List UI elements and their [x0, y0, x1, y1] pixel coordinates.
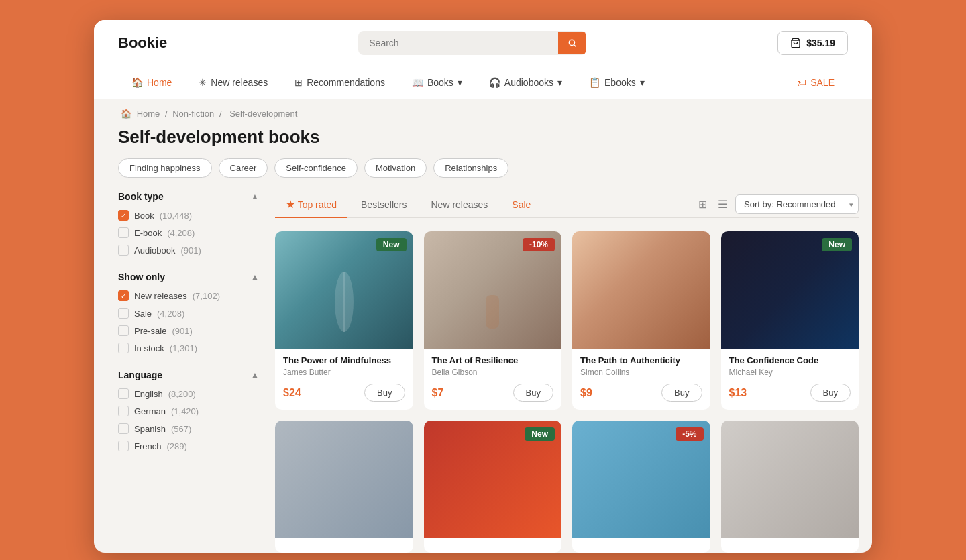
- nav-recommendations[interactable]: ⊞ Recommendations: [281, 66, 398, 99]
- filter-french[interactable]: French (289): [118, 441, 259, 451]
- buy-button-1[interactable]: Buy: [364, 384, 405, 402]
- filter-show-only: Show only ▲ ✓ New releases (7,102) Sale …: [118, 272, 259, 353]
- chip-self-confidence[interactable]: Self-confidence: [274, 158, 358, 178]
- nav-sale[interactable]: 🏷 SALE: [784, 66, 848, 99]
- breadcrumb-nonfiction[interactable]: Non-fiction: [172, 109, 214, 119]
- checkbox-sale[interactable]: [118, 308, 129, 319]
- product-badge-2: -10%: [523, 238, 555, 251]
- product-grid: New The Power of Mindfulness James Butte…: [275, 231, 859, 553]
- checkbox-german[interactable]: [118, 406, 129, 416]
- product-image-5: [275, 421, 413, 538]
- tab-sale[interactable]: Sale: [501, 192, 541, 217]
- filter-ebook[interactable]: E-book (4,208): [118, 227, 259, 238]
- ebooks-chevron-icon: ▾: [640, 77, 645, 88]
- grid-view-button[interactable]: ⊞: [696, 195, 710, 213]
- books-icon: 📖: [412, 77, 423, 88]
- product-card-6: New: [424, 421, 562, 553]
- product-info-2: The Art of Resilience Bella Gibson $7 Bu…: [424, 349, 562, 410]
- search-button[interactable]: [558, 32, 586, 54]
- product-author-1: James Butter: [283, 368, 405, 377]
- checkbox-in-stock[interactable]: [118, 343, 129, 353]
- product-image-1: New: [275, 231, 413, 349]
- filter-english[interactable]: English (8,200): [118, 388, 259, 399]
- filter-book-type-title[interactable]: Book type ▲: [118, 191, 259, 202]
- filter-language-title[interactable]: Language ▲: [118, 370, 259, 380]
- filter-language: Language ▲ English (8,200) German (1,420…: [118, 370, 259, 451]
- product-info-7: [572, 538, 710, 553]
- product-badge-6: New: [525, 427, 555, 441]
- star-icon: ★: [286, 199, 295, 210]
- filter-presale[interactable]: Pre-sale (901): [118, 325, 259, 336]
- product-badge-4: New: [822, 238, 852, 251]
- checkbox-french[interactable]: [118, 441, 129, 451]
- checkbox-audiobook[interactable]: [118, 245, 129, 256]
- tab-new-releases[interactable]: New releases: [420, 192, 498, 217]
- filter-german[interactable]: German (1,420): [118, 406, 259, 416]
- nav-audiobooks[interactable]: 🎧 Audiobooks ▾: [476, 66, 576, 99]
- buy-button-2[interactable]: Buy: [513, 384, 553, 402]
- breadcrumb-home[interactable]: Home: [137, 109, 160, 119]
- checkbox-ebook[interactable]: [118, 227, 129, 238]
- breadcrumb-sep2: /: [219, 109, 224, 119]
- product-info-8: [721, 538, 859, 553]
- buy-button-3[interactable]: Buy: [661, 384, 702, 402]
- buy-button-4[interactable]: Buy: [810, 384, 851, 402]
- products-area: ★ Top rated Bestsellers New releases Sal…: [275, 191, 859, 553]
- product-badge-1: New: [376, 238, 407, 251]
- show-only-chevron-icon: ▲: [251, 272, 259, 282]
- tab-top-rated[interactable]: ★ Top rated: [275, 191, 347, 217]
- product-author-4: Michael Key: [729, 368, 851, 377]
- product-image-3: [572, 231, 710, 349]
- breadcrumb-current: Self-development: [229, 109, 297, 119]
- chip-career[interactable]: Career: [219, 158, 268, 178]
- checkbox-book[interactable]: ✓: [118, 210, 129, 221]
- chip-motivation[interactable]: Motivation: [364, 158, 427, 178]
- filter-new-releases[interactable]: ✓ New releases (7,102): [118, 290, 259, 301]
- filter-spanish[interactable]: Spanish (567): [118, 423, 259, 434]
- breadcrumb-home-icon: 🏠: [121, 109, 131, 119]
- books-chevron-icon: ▾: [458, 77, 462, 88]
- product-card-7: -5%: [572, 421, 710, 553]
- nav-new-releases[interactable]: ✳ New releases: [185, 66, 281, 99]
- product-footer-4: $13 Buy: [729, 384, 851, 402]
- chip-finding-happiness[interactable]: Finding happiness: [118, 158, 212, 178]
- tab-bestsellers[interactable]: Bestsellers: [350, 192, 417, 217]
- list-view-button[interactable]: ☰: [715, 195, 730, 213]
- product-image-7: -5%: [572, 421, 710, 538]
- audiobooks-chevron-icon: ▾: [557, 77, 562, 88]
- recommendations-icon: ⊞: [294, 77, 303, 88]
- product-price-4: $13: [729, 387, 747, 399]
- cart-button[interactable]: $35.19: [777, 31, 848, 55]
- breadcrumb-sep1: /: [165, 109, 170, 119]
- product-footer-1: $24 Buy: [283, 384, 405, 402]
- product-footer-3: $9 Buy: [580, 384, 702, 402]
- checkbox-spanish[interactable]: [118, 423, 129, 434]
- sort-select[interactable]: Sort by: Recommended Sort by: Price (Low…: [735, 194, 859, 214]
- product-badge-7: -5%: [676, 427, 703, 441]
- nav: 🏠 Home ✳ New releases ⊞ Recommendations …: [94, 66, 872, 99]
- search-input[interactable]: [358, 31, 558, 55]
- ebooks-icon: 📋: [589, 77, 600, 88]
- filter-show-only-title[interactable]: Show only ▲: [118, 272, 259, 282]
- product-info-1: The Power of Mindfulness James Butter $2…: [275, 349, 413, 410]
- cart-icon: [790, 38, 801, 48]
- nav-home[interactable]: 🏠 Home: [118, 66, 185, 99]
- nav-ebooks[interactable]: 📋 Ebooks ▾: [576, 66, 658, 99]
- main-layout: Book type ▲ ✓ Book (10,448) E-book (4,20…: [94, 191, 872, 553]
- filter-audiobook[interactable]: Audiobook (901): [118, 245, 259, 256]
- checkbox-new-releases[interactable]: ✓: [118, 290, 129, 301]
- product-info-4: The Confidence Code Michael Key $13 Buy: [721, 349, 859, 410]
- filter-book[interactable]: ✓ Book (10,448): [118, 210, 259, 221]
- checkbox-english[interactable]: [118, 388, 129, 399]
- nav-books[interactable]: 📖 Books ▾: [398, 66, 476, 99]
- filter-in-stock[interactable]: In stock (1,301): [118, 343, 259, 353]
- fist-icon: [476, 282, 509, 335]
- sidebar: Book type ▲ ✓ Book (10,448) E-book (4,20…: [118, 191, 259, 553]
- feather-icon: [324, 268, 364, 335]
- page-title: Self-development books: [94, 123, 872, 158]
- product-image-6: New: [424, 421, 562, 538]
- chip-relationships[interactable]: Relationships: [433, 158, 508, 178]
- filter-sale[interactable]: Sale (4,208): [118, 308, 259, 319]
- product-image-4: New: [721, 231, 859, 349]
- checkbox-presale[interactable]: [118, 325, 129, 336]
